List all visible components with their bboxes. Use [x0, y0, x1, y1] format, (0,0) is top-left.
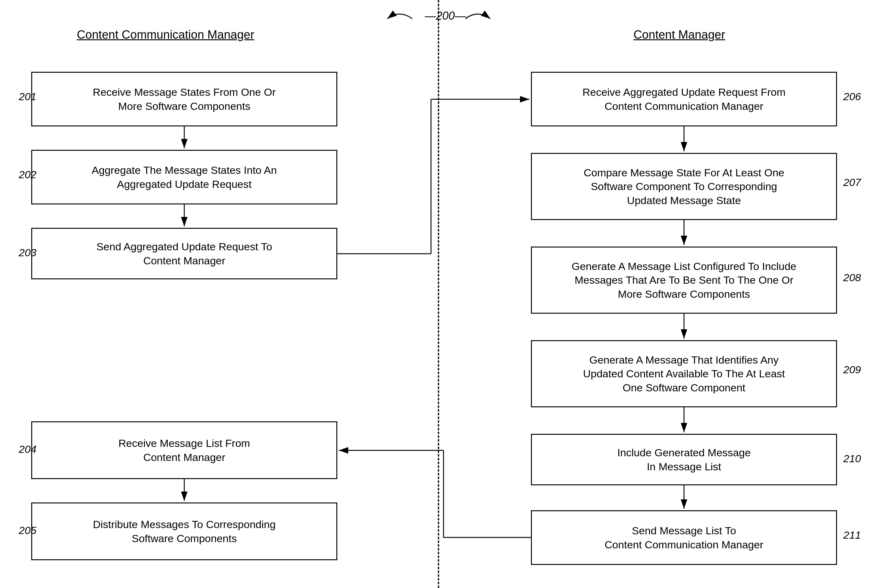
step-label-209: 209 [843, 364, 861, 376]
step-label-206: 206 [843, 90, 861, 103]
step-box-207: Compare Message State For At Least OneSo… [531, 153, 837, 220]
right-col-header: Content Manager [546, 28, 812, 42]
step-label-202: 202 [19, 168, 36, 181]
step-label-201: 201 [19, 90, 36, 103]
step-box-203: Send Aggregated Update Request ToContent… [31, 228, 337, 279]
figure-number: —200— [425, 9, 466, 22]
step-box-201: Receive Message States From One OrMore S… [31, 72, 337, 126]
step-box-210: Include Generated MessageIn Message List [531, 434, 837, 485]
step-box-202: Aggregate The Message States Into AnAggr… [31, 150, 337, 204]
step-box-211: Send Message List ToContent Communicatio… [531, 510, 837, 565]
step-label-207: 207 [843, 176, 861, 189]
step-box-208: Generate A Message List Configured To In… [531, 246, 837, 314]
step-box-205: Distribute Messages To CorrespondingSoft… [31, 502, 337, 560]
step-box-209: Generate A Message That Identifies AnyUp… [531, 340, 837, 407]
step-label-210: 210 [843, 453, 861, 465]
step-box-206: Receive Aggregated Update Request FromCo… [531, 72, 837, 126]
step-label-211: 211 [843, 529, 861, 541]
diagram-container: —200— Content Communication Manager Cont… [0, 0, 877, 588]
step-label-203: 203 [19, 246, 36, 259]
step-label-208: 208 [843, 272, 861, 284]
step-box-204: Receive Message List FromContent Manager [31, 422, 337, 479]
step-label-205: 205 [19, 524, 36, 537]
left-col-header: Content Communication Manager [25, 28, 306, 42]
center-divider [438, 0, 439, 588]
step-label-204: 204 [19, 443, 36, 455]
